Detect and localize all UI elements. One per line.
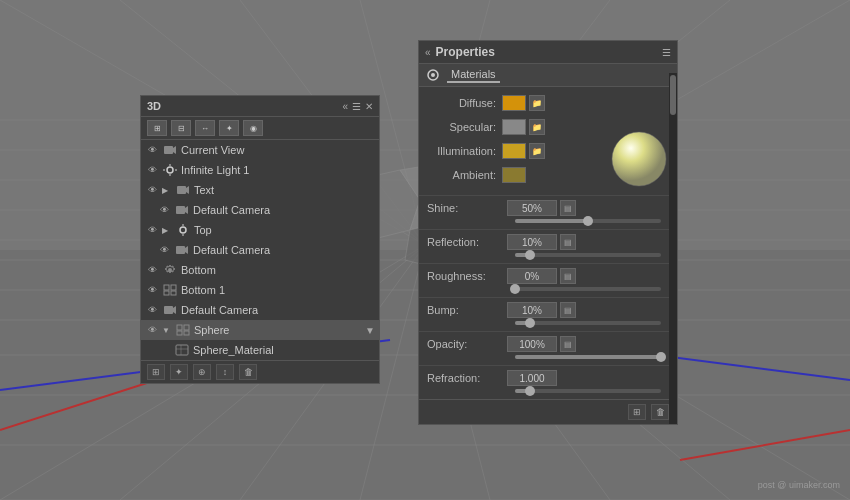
refraction-slider-thumb[interactable] <box>525 386 535 396</box>
bump-slider-thumb[interactable] <box>525 318 535 328</box>
toolbar-move-btn[interactable]: ↔ <box>195 120 215 136</box>
ambient-swatch[interactable] <box>502 167 526 183</box>
reflection-slider-thumb[interactable] <box>525 250 535 260</box>
eye-icon-sphere[interactable]: 👁 <box>145 323 159 337</box>
eye-icon-infinite-light[interactable]: 👁 <box>145 163 159 177</box>
expand-arrow-text[interactable]: ▶ <box>162 186 172 195</box>
expand-arrow-top[interactable]: ▶ <box>162 226 172 235</box>
reflection-row: Reflection: 10% ▤ <box>427 233 669 251</box>
eye-icon-bottom[interactable]: 👁 <box>145 263 159 277</box>
refraction-value[interactable]: 1.000 <box>507 370 557 386</box>
refraction-slider-row <box>427 389 669 396</box>
layer-item-infinite-light[interactable]: 👁 Infinite Light 1 <box>141 160 379 180</box>
layer-name-top: Top <box>194 224 375 236</box>
layer-item-default-camera-1[interactable]: 👁 Default Camera <box>153 200 379 220</box>
panel-3d-title: 3D <box>147 100 161 112</box>
layer-item-default-camera-3[interactable]: 👁 Default Camera <box>141 300 379 320</box>
shine-slider-thumb[interactable] <box>583 216 593 226</box>
collapse-icon[interactable]: « <box>425 47 431 58</box>
opacity-slider-fill <box>515 355 661 359</box>
diffuse-row: Diffuse: 📁 <box>427 93 669 113</box>
scene-btn[interactable]: ⊞ <box>147 364 165 380</box>
roughness-slider-thumb[interactable] <box>510 284 520 294</box>
bump-value[interactable]: 10% <box>507 302 557 318</box>
panel-3d-header: 3D « ☰ ✕ <box>141 96 379 117</box>
delete-btn[interactable]: 🗑 <box>239 364 257 380</box>
eye-icon-default-cam-2[interactable]: 👁 <box>157 243 171 257</box>
layer-item-sphere[interactable]: 👁 ▼ Sphere ▼ <box>141 320 379 340</box>
watermark: post @ uimaker.com <box>758 480 840 490</box>
svg-marker-45 <box>186 186 189 194</box>
svg-rect-57 <box>171 291 176 295</box>
props-add-btn[interactable]: ⊞ <box>628 404 646 420</box>
svg-rect-55 <box>171 285 176 290</box>
roughness-slider-track[interactable] <box>515 287 661 291</box>
eye-icon-top[interactable]: 👁 <box>145 223 159 237</box>
bump-slider-row <box>427 321 669 328</box>
toolbar-light-btn[interactable]: ✦ <box>219 120 239 136</box>
toolbar-env-btn[interactable]: ◉ <box>243 120 263 136</box>
opacity-folder-btn[interactable]: ▤ <box>560 336 576 352</box>
diffuse-folder-btn[interactable]: 📁 <box>529 95 545 111</box>
props-scrollbar[interactable] <box>669 73 677 424</box>
bump-slider-track[interactable] <box>515 321 661 325</box>
eye-icon-text[interactable]: 👁 <box>145 183 159 197</box>
eye-icon-current-view[interactable]: 👁 <box>145 143 159 157</box>
reflection-folder-btn[interactable]: ▤ <box>560 234 576 250</box>
layer-item-top[interactable]: 👁 ▶ Top <box>141 220 379 240</box>
bump-folder-btn[interactable]: ▤ <box>560 302 576 318</box>
layer-name-bottom: Bottom <box>181 264 375 276</box>
props-scroll-thumb[interactable] <box>670 75 676 115</box>
reflection-value[interactable]: 10% <box>507 234 557 250</box>
light-add-btn[interactable]: ✦ <box>170 364 188 380</box>
constraint-btn[interactable]: ⊕ <box>193 364 211 380</box>
eye-icon-bottom1[interactable]: 👁 <box>145 283 159 297</box>
roughness-folder-btn[interactable]: ▤ <box>560 268 576 284</box>
layer-item-text[interactable]: 👁 ▶ Text <box>141 180 379 200</box>
panel-3d-menu-icon[interactable]: ☰ <box>352 101 361 112</box>
props-header: « Properties ☰ <box>419 41 677 64</box>
illumination-swatch[interactable] <box>502 143 526 159</box>
shine-value[interactable]: 50% <box>507 200 557 216</box>
svg-point-68 <box>431 73 435 77</box>
specular-swatch[interactable] <box>502 119 526 135</box>
light-icon-infinite-light <box>162 163 178 177</box>
layer-item-default-camera-2[interactable]: 👁 Default Camera <box>153 240 379 260</box>
panel-properties: « Properties ☰ Materials Diffuse: 📁 Spec… <box>418 40 678 425</box>
diffuse-label: Diffuse: <box>427 97 502 109</box>
layer-item-bottom1[interactable]: 👁 Bottom 1 <box>141 280 379 300</box>
toolbar-mesh-btn[interactable]: ⊟ <box>171 120 191 136</box>
svg-rect-51 <box>176 246 185 254</box>
panel-3d: 3D « ☰ ✕ ⊞ ⊟ ↔ ✦ ◉ 👁 Current View 👁 Infi… <box>140 95 380 384</box>
specular-folder-btn[interactable]: 📁 <box>529 119 545 135</box>
panel-3d-close-icon[interactable]: ✕ <box>365 101 373 112</box>
layer-name-bottom1: Bottom 1 <box>181 284 375 296</box>
layer-item-sphere-material[interactable]: Sphere_Material <box>153 340 379 360</box>
refraction-slider-track[interactable] <box>515 389 661 393</box>
bump-row: Bump: 10% ▤ <box>427 301 669 319</box>
expand-arrow-sphere[interactable]: ▼ <box>162 326 172 335</box>
toolbar-scene-btn[interactable]: ⊞ <box>147 120 167 136</box>
layer-item-bottom[interactable]: 👁 Bottom <box>141 260 379 280</box>
eye-icon-default-cam-1[interactable]: 👁 <box>157 203 171 217</box>
props-menu-icon[interactable]: ☰ <box>662 47 671 58</box>
reflection-slider-track[interactable] <box>515 253 661 257</box>
shine-folder-btn[interactable]: ▤ <box>560 200 576 216</box>
illumination-folder-btn[interactable]: 📁 <box>529 143 545 159</box>
opacity-value[interactable]: 100% <box>507 336 557 352</box>
svg-rect-60 <box>177 325 182 330</box>
props-delete-btn[interactable]: 🗑 <box>651 404 669 420</box>
panel-3d-collapse-icon[interactable]: « <box>342 101 348 112</box>
roughness-value[interactable]: 0% <box>507 268 557 284</box>
opacity-slider-thumb[interactable] <box>656 352 666 362</box>
move-btn[interactable]: ↕ <box>216 364 234 380</box>
shine-slider-fill <box>515 219 588 223</box>
eye-icon-default-cam-3[interactable]: 👁 <box>145 303 159 317</box>
specular-label: Specular: <box>427 121 502 133</box>
opacity-slider-track[interactable] <box>515 355 661 359</box>
shine-slider-track[interactable] <box>515 219 661 223</box>
tab-materials[interactable]: Materials <box>447 67 500 83</box>
diffuse-swatch[interactable] <box>502 95 526 111</box>
illumination-label: Illumination: <box>427 145 502 157</box>
layer-item-current-view[interactable]: 👁 Current View <box>141 140 379 160</box>
